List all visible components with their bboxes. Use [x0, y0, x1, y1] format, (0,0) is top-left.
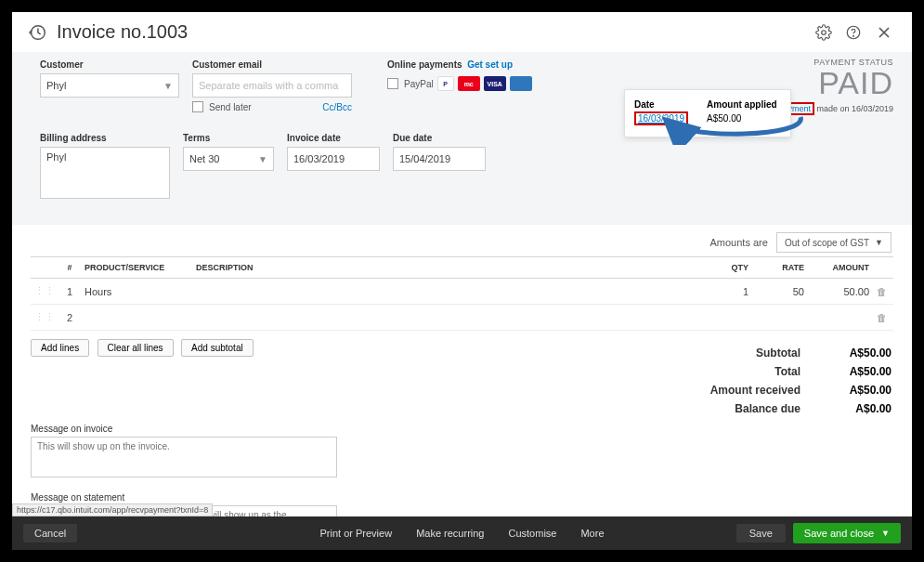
more-link[interactable]: More — [580, 528, 604, 539]
customer-email-input[interactable] — [192, 73, 352, 98]
line-items-table: # PRODUCT/SERVICE DESCRIPTION QTY RATE A… — [31, 256, 893, 331]
visa-icon: VISA — [484, 76, 506, 91]
page-title: Invoice no.1003 — [57, 21, 815, 43]
message-statement-label: Message on statement — [31, 492, 893, 503]
amex-icon — [510, 76, 532, 91]
customer-email-label: Customer email — [192, 59, 352, 70]
billing-address-input[interactable]: Phyl — [40, 147, 170, 199]
send-later-label: Send later — [209, 102, 252, 112]
mastercard-icon: mc — [458, 76, 480, 91]
col-rate: RATE — [752, 257, 808, 279]
chevron-down-icon[interactable]: ▼ — [881, 529, 890, 538]
cancel-button[interactable]: Cancel — [23, 524, 77, 542]
popover-date-header: Date — [634, 99, 688, 110]
col-amount: AMOUNT — [808, 257, 873, 279]
add-subtotal-button[interactable]: Add subtotal — [181, 339, 254, 357]
browser-status-bar: https://c17.qbo.intuit.com/app/recvpayme… — [12, 503, 213, 516]
terms-select[interactable]: Net 30▼ — [183, 147, 274, 171]
delete-row-icon[interactable]: 🗑 — [873, 279, 893, 305]
chevron-down-icon: ▼ — [875, 238, 883, 247]
delete-row-icon[interactable]: 🗑 — [873, 305, 893, 331]
grip-icon[interactable]: ⋮⋮ — [31, 305, 59, 331]
grip-icon[interactable]: ⋮⋮ — [31, 279, 59, 305]
message-invoice-input[interactable] — [31, 437, 337, 477]
save-and-close-button[interactable]: Save and close ▼ — [793, 523, 901, 543]
table-row[interactable]: ⋮⋮ 1 Hours 1 50 50.00 🗑 — [31, 279, 893, 305]
gear-icon[interactable] — [815, 24, 832, 41]
svg-point-1 — [822, 30, 826, 34]
paypal-icon: P — [437, 76, 454, 91]
popover-amount-header: Amount applied — [707, 99, 777, 110]
message-invoice-label: Message on invoice — [31, 424, 893, 434]
invoice-date-label: Invoice date — [287, 133, 380, 143]
send-later-checkbox[interactable] — [192, 101, 203, 112]
ccbcc-link[interactable]: Cc/Bcc — [322, 102, 352, 112]
help-icon[interactable] — [845, 24, 862, 41]
billing-address-label: Billing address — [40, 133, 170, 143]
table-row[interactable]: ⋮⋮ 2 🗑 — [31, 305, 893, 331]
save-button[interactable]: Save — [736, 524, 786, 542]
svg-point-3 — [853, 35, 854, 36]
totals-block: SubtotalA$50.00 TotalA$50.00 Amount rece… — [698, 344, 891, 418]
due-date-label: Due date — [393, 133, 486, 143]
terms-label: Terms — [183, 133, 274, 143]
close-icon[interactable] — [875, 23, 893, 42]
history-icon[interactable] — [27, 22, 47, 43]
chevron-down-icon: ▼ — [258, 154, 267, 164]
make-recurring-link[interactable]: Make recurring — [416, 528, 484, 539]
amounts-are-select[interactable]: Out of scope of GST▼ — [776, 232, 891, 253]
annotation-arrow — [641, 111, 826, 145]
chevron-down-icon: ▼ — [163, 81, 173, 91]
col-num: # — [59, 257, 81, 279]
col-product: PRODUCT/SERVICE — [81, 257, 192, 279]
get-set-up-link[interactable]: Get set up — [467, 59, 513, 70]
online-payments-label: Online payments Get set up — [387, 59, 532, 70]
due-date-input[interactable] — [393, 147, 486, 171]
paypal-checkbox[interactable] — [387, 78, 398, 89]
invoice-date-input[interactable] — [287, 147, 380, 171]
add-lines-button[interactable]: Add lines — [31, 339, 89, 357]
customise-link[interactable]: Customise — [508, 528, 556, 539]
customer-select[interactable]: Phyl▼ — [40, 73, 179, 98]
customer-label: Customer — [40, 59, 179, 70]
col-qty: QTY — [706, 257, 752, 279]
print-preview-link[interactable]: Print or Preview — [319, 528, 392, 539]
paypal-label: PayPal — [404, 79, 434, 89]
amounts-are-label: Amounts are — [709, 237, 767, 248]
col-desc: DESCRIPTION — [192, 257, 706, 279]
clear-all-lines-button[interactable]: Clear all lines — [98, 339, 174, 357]
